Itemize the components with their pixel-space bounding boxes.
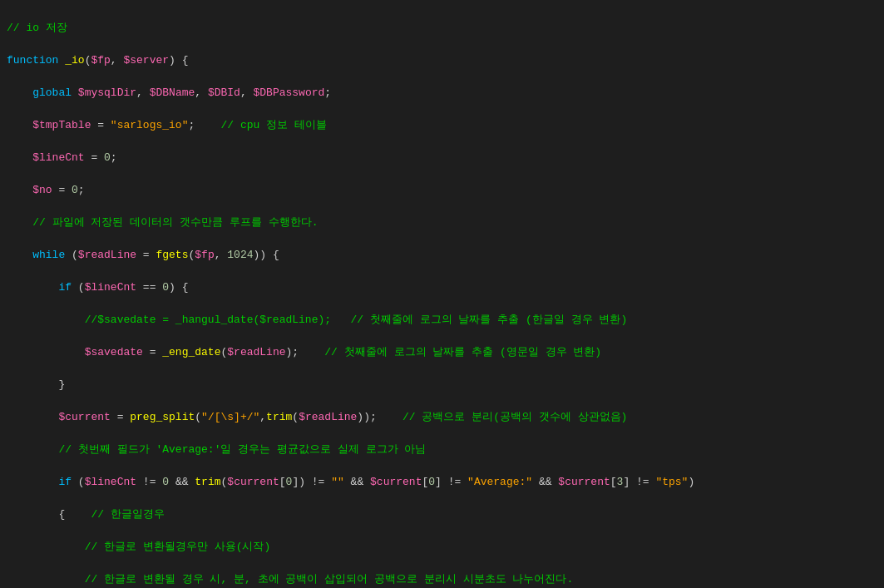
code-line: $savedate = _eng_date($readLine); // 첫째줄… [7,344,877,361]
code-line: $tmpTable = "sarlogs_io"; // cpu 정보 테이블 [7,117,877,134]
code-line: $current = preg_split("/[\s]+/",trim($re… [7,409,877,426]
code-line: while ($readLine = fgets($fp, 1024)) { [7,247,877,264]
code-line: //$savedate = _hangul_date($readLine); /… [7,312,877,329]
code-line: if ($lineCnt == 0) { [7,279,877,296]
code-line: function _io($fp, $server) { [7,52,877,69]
code-line: if ($lineCnt != 0 && trim($current[0]) !… [7,474,877,491]
code-line: // 한글로 변환될 경우 시, 분, 초에 공백이 삽입되어 공백으로 분리시… [7,571,877,588]
code-line: $no = 0; [7,182,877,199]
code-line: // io 저장 [7,20,877,37]
code-line: } [7,377,877,393]
code-line: { // 한글일경우 [7,506,877,523]
code-line: $lineCnt = 0; [7,150,877,166]
code-line: // 파일에 저장된 데이터의 갯수만큼 루프를 수행한다. [7,215,877,231]
code-line: // 한글로 변환될경우만 사용(시작) [7,539,877,556]
code-container: // io 저장 function _io($fp, $server) { gl… [0,0,884,588]
code-line: global $mysqlDir, $DBName, $DBId, $DBPas… [7,85,877,101]
code-line: // 첫번째 필드가 'Average:'일 경우는 평균값으로 실제 로그가 … [7,442,877,458]
